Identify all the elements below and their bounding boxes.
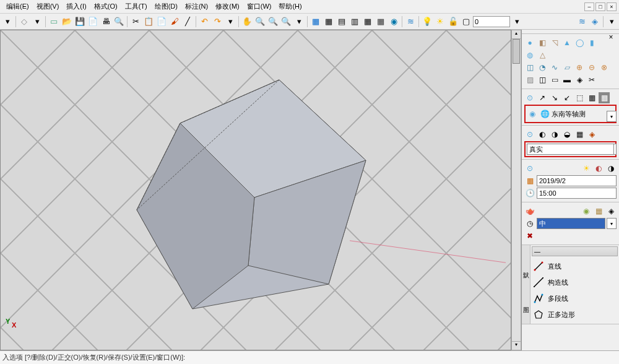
pan-icon[interactable]: ✋: [241, 15, 253, 28]
mat-icon[interactable]: ◉: [581, 206, 592, 217]
copy-icon[interactable]: 📋: [142, 15, 155, 28]
draw-polygon[interactable]: 正多边形: [532, 306, 618, 323]
lang-dropdown-button[interactable]: ▾: [607, 218, 617, 229]
command-line[interactable]: 入选项 [?/删除(D)/正交(O)/恢复(R)/保存(S)/设置(E)/窗口(…: [0, 350, 619, 364]
v-icon3[interactable]: ↙: [561, 92, 573, 103]
zoom-rt-icon[interactable]: 🔍: [254, 15, 266, 28]
visual-style-combo[interactable]: 真实: [527, 144, 614, 155]
maximize-button[interactable]: □: [595, 2, 605, 11]
cone-icon[interactable]: ▲: [561, 37, 573, 48]
viewport[interactable]: Y X: [0, 30, 511, 350]
globe-icon[interactable]: 🌐: [539, 108, 550, 119]
intersect-icon[interactable]: ⊗: [599, 62, 610, 73]
view-dropdown-button[interactable]: ▾: [607, 111, 617, 122]
undo-icon[interactable]: ↶: [198, 15, 210, 28]
section-icon[interactable]: ▨: [524, 74, 535, 85]
light-icon[interactable]: ☀: [581, 163, 592, 174]
scroll-down-icon[interactable]: ▾: [512, 341, 521, 350]
layer-input[interactable]: [473, 16, 510, 27]
time-field[interactable]: 15:00: [537, 188, 617, 199]
env-icon[interactable]: ◑: [605, 163, 617, 174]
new-icon[interactable]: ▭: [48, 15, 60, 28]
tb-r1-icon[interactable]: ≋: [576, 15, 588, 28]
menu-view[interactable]: 视图(V): [33, 1, 63, 12]
union-icon[interactable]: ⊕: [574, 62, 585, 73]
paste-icon[interactable]: 📄: [155, 15, 168, 28]
plot-icon[interactable]: 🖶: [100, 15, 112, 28]
box-icon[interactable]: ◇: [18, 15, 30, 28]
scroll-up-icon[interactable]: ▴: [512, 30, 521, 39]
vs-i2[interactable]: ◑: [549, 129, 560, 140]
color-icon[interactable]: ▢: [460, 15, 472, 28]
dropdown2-icon[interactable]: ▾: [31, 15, 43, 28]
lock-icon[interactable]: 🔓: [447, 15, 459, 28]
prop-icon[interactable]: ▦: [310, 15, 322, 28]
vs-i5[interactable]: ◈: [586, 129, 597, 140]
thick-icon[interactable]: ▬: [561, 74, 573, 85]
wedge-icon[interactable]: ◹: [549, 37, 560, 48]
box3d-icon[interactable]: ◧: [537, 37, 548, 48]
vs-i3[interactable]: ◒: [561, 129, 573, 140]
match-icon[interactable]: 🖌: [168, 15, 181, 28]
calc-icon[interactable]: ▦: [374, 15, 387, 28]
bulb-icon[interactable]: 💡: [421, 15, 433, 28]
undo-drop-icon[interactable]: ▾: [224, 15, 236, 28]
quality-icon[interactable]: ◷: [524, 218, 535, 229]
open-icon[interactable]: 📂: [61, 15, 73, 28]
menu-format[interactable]: 格式(O): [90, 1, 121, 12]
tb-r2-icon[interactable]: ◈: [589, 15, 601, 28]
design-icon[interactable]: ▦: [322, 15, 335, 28]
sun2-icon[interactable]: ⊙: [524, 163, 535, 174]
redo-icon[interactable]: ↷: [211, 15, 223, 28]
preview-icon[interactable]: 🔍: [113, 15, 125, 28]
teapot-icon[interactable]: 🫖: [524, 206, 535, 217]
draw-pline[interactable]: 多段线: [532, 290, 618, 306]
date-field[interactable]: 2019/9/2: [537, 175, 617, 186]
torus-icon[interactable]: ◍: [524, 50, 535, 61]
save-icon[interactable]: 💾: [74, 15, 86, 28]
zoom-drop-icon[interactable]: ▾: [293, 15, 305, 28]
v-icon2[interactable]: ↘: [549, 92, 560, 103]
subtract-icon[interactable]: ⊖: [586, 62, 597, 73]
v-icon6[interactable]: ▦: [599, 92, 610, 103]
tool-pal-icon[interactable]: ▤: [335, 15, 348, 28]
loft-icon[interactable]: ▱: [561, 62, 573, 73]
draw-line[interactable]: 直线: [532, 258, 618, 274]
v-icon5[interactable]: ▦: [586, 92, 597, 103]
orbit-icon[interactable]: ⊙: [524, 92, 535, 103]
menu-window[interactable]: 窗口(W): [243, 1, 275, 12]
calendar-icon[interactable]: ▦: [524, 175, 535, 186]
vertical-scrollbar[interactable]: ▴ ▾: [511, 30, 521, 350]
panel-close-icon[interactable]: ×: [605, 32, 617, 43]
cylinder-icon[interactable]: ▮: [586, 37, 597, 48]
zoom-prev-icon[interactable]: 🔍: [280, 15, 292, 28]
layer-drop-icon[interactable]: ▾: [511, 15, 523, 28]
slice-icon[interactable]: ◫: [537, 74, 548, 85]
tb-r3-icon[interactable]: ▾: [605, 15, 618, 28]
saveas-icon[interactable]: 📄: [87, 15, 99, 28]
x-icon[interactable]: ✖: [524, 230, 535, 241]
vs-i1[interactable]: ◐: [537, 129, 548, 140]
vs-i4[interactable]: ▦: [574, 129, 585, 140]
draw-xline[interactable]: 构造线: [532, 274, 618, 290]
sphere2-icon[interactable]: ◯: [574, 37, 585, 48]
sep-icon[interactable]: ✂: [586, 74, 597, 85]
layers-icon[interactable]: ≋: [404, 15, 417, 28]
sheet-icon[interactable]: ▥: [348, 15, 361, 28]
extrude-icon[interactable]: ◫: [524, 62, 535, 73]
sphere-icon[interactable]: ●: [524, 37, 535, 48]
cut-icon[interactable]: ✂: [129, 15, 142, 28]
scroll-thumb[interactable]: [513, 39, 520, 64]
render-icon[interactable]: ◉: [387, 15, 400, 28]
v-icon4[interactable]: ⬚: [574, 92, 585, 103]
vs-icon[interactable]: ⊙: [524, 129, 535, 140]
menu-tools[interactable]: 工具(T): [121, 1, 151, 12]
eraser-icon[interactable]: ╱: [181, 15, 194, 28]
clock-icon[interactable]: 🕒: [524, 188, 535, 199]
dropdown-icon[interactable]: ▾: [1, 15, 14, 28]
exposure-icon[interactable]: ◐: [593, 163, 604, 174]
menu-edit[interactable]: 编辑(E): [2, 1, 33, 12]
minimize-button[interactable]: –: [584, 2, 594, 11]
imprint-icon[interactable]: ◈: [574, 74, 585, 85]
flat-icon[interactable]: ▭: [549, 74, 560, 85]
